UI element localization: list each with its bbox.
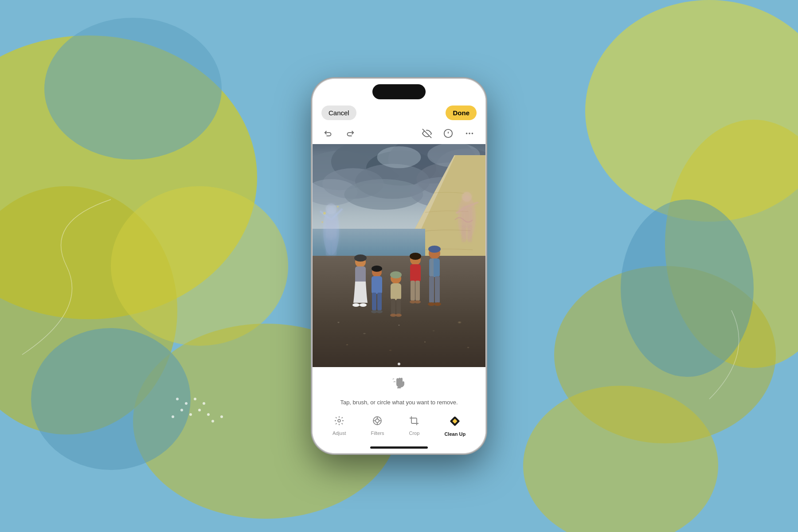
bottom-panel: Tap, brush, or circle what you want to r… xyxy=(313,367,485,453)
svg-point-3 xyxy=(111,186,288,346)
svg-rect-69 xyxy=(377,293,382,310)
svg-point-13 xyxy=(185,402,188,405)
svg-point-9 xyxy=(44,18,222,160)
svg-point-17 xyxy=(189,413,192,416)
svg-point-16 xyxy=(180,409,183,411)
svg-point-92 xyxy=(428,302,435,306)
svg-rect-82 xyxy=(411,281,415,301)
ghost-figure-right xyxy=(453,189,477,238)
svg-rect-89 xyxy=(430,258,434,277)
svg-point-61 xyxy=(354,254,367,262)
svg-point-18 xyxy=(198,409,201,411)
done-button[interactable]: Done xyxy=(446,106,477,120)
visibility-button[interactable] xyxy=(420,126,434,141)
svg-point-78 xyxy=(395,313,402,317)
svg-rect-83 xyxy=(415,281,420,301)
svg-rect-57 xyxy=(462,206,472,228)
filters-label: Filters xyxy=(371,430,384,436)
svg-rect-58 xyxy=(462,225,466,242)
svg-rect-91 xyxy=(435,276,440,303)
svg-point-85 xyxy=(415,300,421,303)
adjust-icon xyxy=(334,415,344,429)
svg-point-27 xyxy=(466,133,468,134)
svg-point-51 xyxy=(337,206,339,207)
undo-button[interactable] xyxy=(321,126,336,141)
svg-point-70 xyxy=(371,310,377,313)
cleanup-icon xyxy=(449,415,461,430)
tool-adjust[interactable]: Adjust xyxy=(329,414,350,438)
photo-area[interactable] xyxy=(313,144,485,367)
people-group xyxy=(341,232,457,356)
cleanup-label: Clean Up xyxy=(444,431,466,437)
markup-button[interactable] xyxy=(441,126,455,141)
svg-point-63 xyxy=(352,303,360,307)
tool-cleanup[interactable]: Clean Up xyxy=(441,414,469,438)
svg-point-10 xyxy=(621,200,754,377)
svg-rect-47 xyxy=(326,218,336,240)
svg-point-29 xyxy=(472,133,473,134)
edit-tools-row xyxy=(313,125,485,144)
crop-icon xyxy=(409,415,419,429)
svg-point-41 xyxy=(377,146,421,168)
dynamic-island xyxy=(372,84,426,99)
svg-point-50 xyxy=(323,212,326,215)
svg-rect-62 xyxy=(355,266,366,283)
svg-point-64 xyxy=(360,303,367,307)
svg-point-11 xyxy=(31,328,191,470)
svg-point-28 xyxy=(469,133,470,134)
gesture-icon xyxy=(390,374,408,395)
svg-rect-49 xyxy=(332,238,336,255)
redo-button[interactable] xyxy=(343,126,357,141)
svg-point-66 xyxy=(372,266,382,272)
svg-point-21 xyxy=(211,420,214,422)
svg-point-77 xyxy=(390,313,396,317)
svg-point-71 xyxy=(376,310,383,313)
svg-point-15 xyxy=(203,402,205,405)
cancel-button[interactable]: Cancel xyxy=(321,106,356,120)
adjust-label: Adjust xyxy=(332,430,346,436)
svg-point-54 xyxy=(462,192,472,202)
svg-point-80 xyxy=(410,253,421,260)
svg-point-20 xyxy=(172,415,174,418)
svg-rect-48 xyxy=(326,238,330,255)
svg-point-44 xyxy=(326,203,336,214)
toolbar: Adjust xyxy=(313,412,485,443)
svg-rect-74 xyxy=(391,283,401,300)
ghost-figure-left xyxy=(318,200,344,253)
svg-rect-81 xyxy=(410,264,421,282)
svg-point-12 xyxy=(176,398,179,400)
phone-frame: Cancel Done xyxy=(313,79,485,453)
svg-point-94 xyxy=(338,419,340,422)
more-button[interactable] xyxy=(462,126,477,141)
svg-point-14 xyxy=(194,398,196,400)
pagination-dot xyxy=(398,363,400,365)
svg-point-52 xyxy=(321,221,323,223)
svg-point-22 xyxy=(220,415,223,418)
svg-rect-67 xyxy=(372,276,382,294)
hint-text: Tap, brush, or circle what you want to r… xyxy=(340,399,458,406)
svg-rect-90 xyxy=(429,276,434,303)
home-indicator xyxy=(370,446,428,449)
svg-rect-76 xyxy=(396,299,401,314)
svg-rect-59 xyxy=(468,225,472,242)
phone-screen: Cancel Done xyxy=(313,79,485,453)
svg-point-93 xyxy=(434,302,441,306)
svg-rect-68 xyxy=(372,293,376,310)
tool-filters[interactable]: Filters xyxy=(367,414,387,438)
svg-rect-75 xyxy=(391,299,395,314)
crop-label: Crop xyxy=(409,430,420,436)
svg-point-87 xyxy=(428,246,441,253)
svg-point-73 xyxy=(390,271,402,278)
svg-point-96 xyxy=(376,419,379,422)
filters-icon xyxy=(372,415,383,429)
svg-point-19 xyxy=(207,413,210,416)
tool-crop[interactable]: Crop xyxy=(405,414,423,438)
